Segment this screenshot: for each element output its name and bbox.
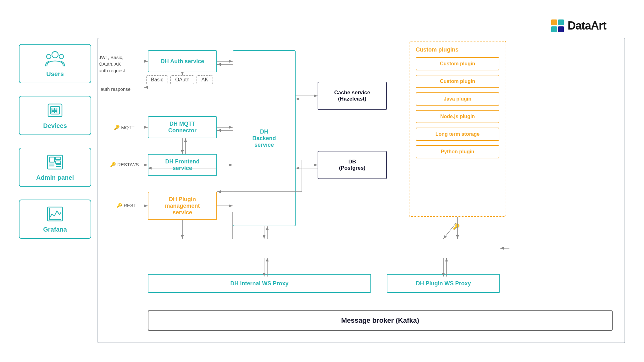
svg-point-6 (59, 54, 64, 59)
auth-response-label: auth response (101, 86, 130, 92)
auth-sub-ak: AK (197, 75, 213, 84)
client-box-users: Users (19, 44, 91, 83)
db-service-box: DB(Postgres) (318, 151, 387, 179)
frontend-service-box: DH Frontendservice (148, 154, 217, 176)
key-plugin-icon: 🔑 (453, 223, 460, 230)
mqtt-service-label: DH MQTTConnector (168, 121, 197, 134)
internal-ws-label: DH internal WS Proxy (230, 280, 288, 287)
admin-label: Admin panel (36, 174, 74, 181)
plugin-mgmt-service-box: DH Pluginmanagementservice (148, 192, 217, 220)
plugin-ws-label: DH Plugin WS Proxy (416, 280, 471, 287)
devices-icon (45, 101, 65, 119)
svg-rect-0 (551, 19, 557, 25)
plugin-box-0: Custom plugin (416, 57, 499, 70)
clients-panel: Users Devices Admin panel (19, 44, 91, 239)
plugin-mgmt-label: DH Pluginmanagementservice (165, 196, 200, 216)
plugin-box-5: Python plugin (416, 145, 499, 158)
rest-ws-label: 🔑 REST/WS (110, 162, 139, 167)
custom-plugins-container: Custom plugins Custom plugin Custom plug… (409, 41, 506, 217)
plugin-box-3: Node.js plugin (416, 110, 499, 123)
devices-label: Devices (43, 122, 67, 129)
plugin-box-1: Custom plugin (416, 75, 499, 88)
backend-service-label: DHBackendservice (252, 129, 276, 148)
cache-service-label: Cache service(Hazelcast) (334, 90, 370, 102)
users-label: Users (46, 70, 64, 78)
grafana-icon (45, 205, 65, 223)
svg-rect-3 (558, 26, 564, 32)
client-box-devices: Devices (19, 96, 91, 135)
dataart-logo-icon (551, 19, 564, 33)
svg-rect-18 (56, 161, 61, 163)
db-service-label: DB(Postgres) (339, 159, 365, 171)
message-broker-box: Message broker (Kafka) (148, 310, 613, 331)
svg-rect-16 (49, 157, 54, 162)
svg-rect-2 (551, 26, 557, 32)
jwt-label: JWT, Basic, OAuth, AK auth request (99, 54, 125, 74)
auth-service-label: DH Auth service (161, 58, 204, 65)
svg-point-5 (47, 54, 51, 59)
internal-ws-proxy-box: DH internal WS Proxy (148, 274, 371, 293)
logo-text: DataArt (568, 19, 606, 32)
long-term-storage-label: Long term storage (436, 131, 480, 137)
plugin-ws-proxy-box: DH Plugin WS Proxy (387, 274, 500, 293)
diagram-area: DH Auth service Basic OAuth AK DH MQTTCo… (97, 38, 625, 343)
plugin-box-2: Java plugin (416, 92, 499, 106)
auth-service-box: DH Auth service (148, 50, 217, 72)
mqtt-service-box: DH MQTTConnector (148, 116, 217, 138)
auth-sub-basic: Basic (146, 75, 168, 84)
admin-icon (45, 153, 65, 171)
users-icon (45, 50, 65, 67)
mqtt-label: 🔑 MQTT (114, 125, 135, 130)
message-broker-label: Message broker (Kafka) (341, 316, 419, 325)
auth-sub-oauth: OAuth (170, 75, 194, 84)
cache-service-box: Cache service(Hazelcast) (318, 82, 387, 110)
plugin-box-4: Long term storage (416, 128, 499, 141)
custom-plugins-title: Custom plugins (416, 47, 458, 53)
backend-service-box: DHBackendservice (233, 50, 296, 226)
rest-label: 🔑 REST (116, 203, 136, 208)
svg-rect-1 (558, 19, 564, 25)
plugin-boxes-list: Custom plugin Custom plugin Java plugin … (416, 57, 499, 158)
grafana-label: Grafana (43, 226, 67, 233)
auth-sub-container: Basic OAuth AK (146, 75, 213, 84)
frontend-service-label: DH Frontendservice (165, 158, 200, 172)
client-box-grafana: Grafana (19, 200, 91, 239)
logo: DataArt (551, 19, 606, 33)
client-box-admin: Admin panel (19, 148, 91, 187)
svg-point-4 (52, 52, 58, 58)
svg-rect-17 (56, 157, 61, 160)
